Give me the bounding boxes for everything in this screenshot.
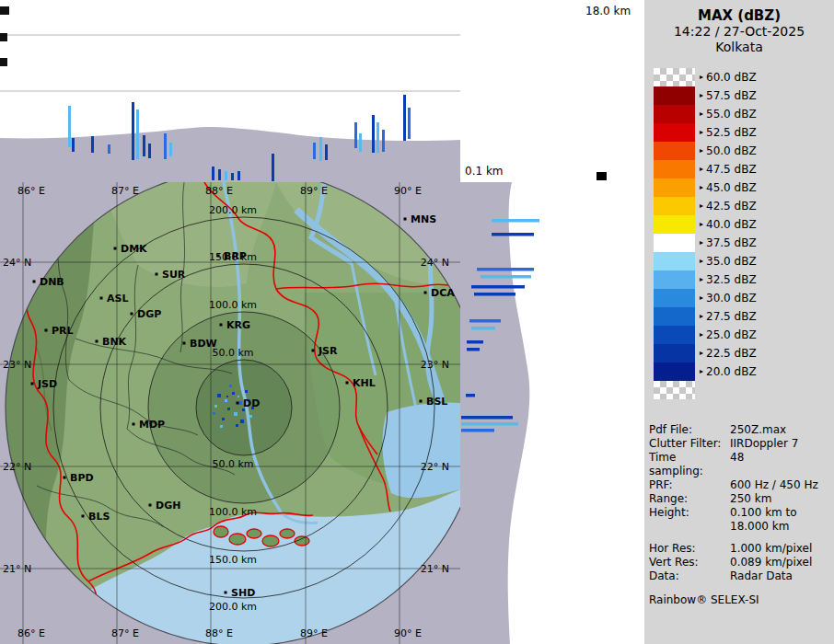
echo-pixel	[222, 418, 225, 420]
echo-column	[376, 122, 379, 153]
legend-label: ▸42.5 dBZ	[700, 200, 757, 213]
echo-column	[231, 173, 234, 180]
echo-column	[403, 95, 406, 141]
ring-label: 50.0 km	[212, 458, 253, 470]
city-marker	[100, 297, 103, 300]
echo-pixel	[240, 420, 244, 423]
legend-tick-icon: ▸	[700, 166, 703, 173]
meta-row: PRF:600 Hz / 450 Hz	[649, 478, 834, 492]
height-axis-min-label: 0.1 km	[465, 165, 504, 178]
city-label: DD	[243, 397, 260, 409]
ring-label: 100.0 km	[209, 506, 257, 518]
city-marker	[133, 423, 135, 426]
legend-tick-icon: ▸	[700, 92, 703, 99]
legend-label: ▸32.5 dBZ	[700, 273, 757, 286]
city-marker	[225, 592, 227, 594]
legend-value: 60.0 dBZ	[706, 71, 757, 84]
legend-label: ▸52.5 dBZ	[700, 126, 757, 139]
radar-application: 18.0 km 0.1 km	[0, 0, 834, 644]
legend-tick-icon: ▸	[700, 276, 703, 283]
legend-label: ▸57.5 dBZ	[700, 89, 757, 102]
meta-row: Vert Res:0.089 km/pixel	[649, 556, 834, 569]
legend-label: ▸37.5 dBZ	[700, 236, 757, 249]
legend-label: ▸50.0 dBZ	[700, 144, 757, 157]
info-sidebar: MAX (dBZ) 14:22 / 27-Oct-2025 Kolkata ▸6…	[644, 0, 834, 644]
legend-tick-icon: ▸	[700, 239, 703, 247]
city-label: SHD	[231, 587, 255, 599]
echo-pixel	[217, 394, 221, 397]
legend-swatch	[654, 381, 695, 399]
echo-row	[471, 285, 525, 289]
echo-column	[68, 106, 71, 147]
legend-value: 42.5 dBZ	[706, 200, 757, 213]
legend-value: 47.5 dBZ	[706, 163, 757, 176]
ring-label: 50.0 km	[212, 347, 253, 359]
legend-swatch	[654, 252, 695, 270]
legend-row: ▸42.5 dBZ	[654, 197, 834, 215]
legend-label: ▸25.0 dBZ	[700, 328, 757, 341]
echo-pixel	[237, 396, 239, 397]
legend-value: 25.0 dBZ	[706, 328, 757, 341]
lon-label: 87° E	[111, 627, 139, 639]
meta-value: 0.100 km to	[730, 506, 834, 520]
echo-pixel	[214, 405, 217, 408]
legend-row: ▸20.0 dBZ	[654, 362, 834, 381]
meta-row: Height:0.100 km to	[649, 506, 834, 520]
axis-label-stub	[0, 6, 9, 15]
meta-value: 250Z.max	[730, 423, 834, 437]
legend-row: ▸40.0 dBZ	[654, 215, 834, 234]
meta-row: Hor Res:1.000 km/pixel	[649, 542, 834, 556]
legend-tick-icon: ▸	[700, 294, 703, 302]
meta-value: Radar Data	[730, 569, 834, 583]
ring-label: 200.0 km	[209, 601, 257, 613]
legend-label: ▸20.0 dBZ	[700, 365, 757, 378]
legend-value: 50.0 dBZ	[706, 144, 757, 157]
legend-row: ▸30.0 dBZ	[654, 289, 834, 307]
legend-swatch	[654, 68, 695, 86]
city-label: KHL	[353, 377, 376, 389]
legend-value: 20.0 dBZ	[706, 365, 757, 378]
lon-label: 90° E	[394, 185, 422, 197]
radar-map: 86° E86° E87° E87° E88° E88° E89° E89° E…	[0, 182, 460, 644]
legend-swatch	[654, 86, 695, 105]
legend-swatch	[654, 326, 695, 344]
legend-value: 52.5 dBZ	[706, 126, 757, 139]
meta-label: Vert Res:	[649, 556, 730, 569]
echo-column	[225, 171, 227, 180]
lat-label: 23° N	[3, 359, 31, 371]
city-marker	[220, 324, 223, 327]
city-label: BPD	[70, 472, 94, 484]
city-label: JSR	[318, 345, 338, 357]
ring-label: 100.0 km	[209, 299, 257, 311]
meta-label: Pdf File:	[649, 423, 730, 437]
city-label: DGH	[156, 500, 180, 512]
echo-column	[164, 133, 167, 159]
lat-label: 24° N	[421, 257, 449, 269]
legend-swatch	[654, 105, 695, 123]
meta-label	[649, 520, 730, 534]
legend-tick-icon: ▸	[700, 258, 703, 265]
legend-row: ▸25.0 dBZ	[654, 326, 834, 344]
city-label: BRP	[224, 250, 247, 262]
legend-label: ▸35.0 dBZ	[700, 255, 757, 268]
city-label: PRL	[52, 325, 74, 337]
city-label: BSL	[426, 396, 447, 408]
echo-column	[359, 133, 362, 152]
city-marker	[156, 273, 158, 276]
echo-pixel	[245, 390, 248, 393]
echo-column	[237, 171, 240, 180]
meta-value: 250 km	[730, 492, 834, 506]
echo-column	[313, 143, 316, 159]
city-marker	[183, 342, 186, 345]
lon-label: 88° E	[205, 627, 233, 639]
legend-swatch	[654, 215, 695, 234]
legend-tick-icon: ▸	[700, 184, 703, 191]
legend-value: 30.0 dBZ	[706, 292, 757, 305]
legend-swatch	[654, 362, 695, 381]
echo-column	[72, 138, 75, 152]
meta-label: Height:	[649, 506, 730, 520]
legend-value: 37.5 dBZ	[706, 236, 757, 249]
echo-pixel	[229, 385, 232, 387]
city-label: BLS	[88, 511, 110, 523]
echo-column	[408, 108, 411, 139]
